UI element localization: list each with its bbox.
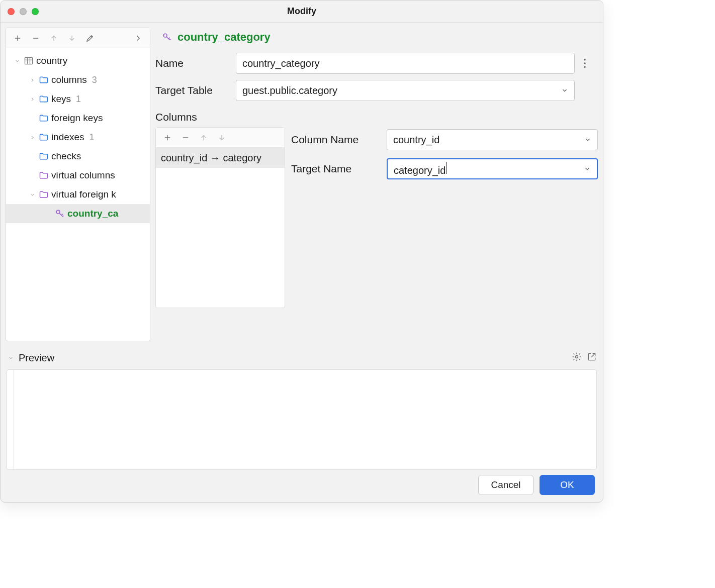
column-name-value: country_id <box>393 134 439 146</box>
add-icon[interactable] <box>9 30 26 46</box>
target-table-select[interactable]: guest.public.category <box>236 80 575 101</box>
text-caret <box>446 162 446 174</box>
column-name-select[interactable]: country_id <box>387 129 598 150</box>
tree-item-label: foreign keys <box>51 113 103 124</box>
tree-item-virtual-columns[interactable]: virtual columns <box>6 166 150 185</box>
tree-root-label: country <box>36 55 67 66</box>
folder-icon <box>38 189 49 200</box>
folder-icon <box>38 151 49 162</box>
object-title: country_category <box>177 31 271 44</box>
column-mapping-row[interactable]: country_id → category <box>156 148 285 168</box>
preview-editor[interactable] <box>7 369 597 470</box>
tree-root-country[interactable]: country <box>6 51 150 70</box>
chevron-down-icon <box>28 190 36 199</box>
name-more-icon[interactable] <box>575 58 595 69</box>
window-controls <box>8 8 39 15</box>
modify-dialog: Modify country <box>0 0 603 503</box>
folder-icon <box>38 93 49 105</box>
dialog-footer: Cancel OK <box>1 470 603 502</box>
tree-item-label: keys <box>51 93 71 105</box>
move-up-icon[interactable] <box>45 30 62 46</box>
zoom-window-button[interactable] <box>32 8 39 15</box>
tree-item-count: 3 <box>92 75 97 85</box>
columns-list: country_id → category <box>155 127 285 308</box>
name-input-value: country_category <box>242 58 319 69</box>
svg-point-2 <box>163 34 167 37</box>
object-header: country_category <box>155 28 598 50</box>
folder-icon <box>38 132 49 143</box>
folder-icon <box>38 74 49 85</box>
add-icon[interactable] <box>159 130 176 146</box>
name-label: Name <box>155 57 236 69</box>
chevron-down-icon <box>584 163 591 175</box>
ok-button[interactable]: OK <box>540 475 595 495</box>
tree-item-label: checks <box>51 151 81 162</box>
target-name-value: category_id <box>394 162 446 176</box>
tree-item-label: country_ca <box>67 208 118 219</box>
svg-point-6 <box>576 355 578 358</box>
structure-sidebar: country columns 3 keys 1 fo <box>6 28 150 341</box>
tree-item-label: virtual foreign k <box>51 189 116 200</box>
tree-item-count: 1 <box>90 132 95 143</box>
tree-item-foreign-keys[interactable]: foreign keys <box>6 109 150 128</box>
close-window-button[interactable] <box>8 8 15 15</box>
chevron-right-icon <box>28 76 36 84</box>
tree-item-label: indexes <box>51 132 84 143</box>
column-mapping-text: country_id → category <box>161 152 261 164</box>
folder-icon <box>38 113 49 124</box>
columns-section-label: Columns <box>155 104 598 127</box>
column-name-label: Column Name <box>291 134 380 146</box>
preview-label: Preview <box>19 352 54 364</box>
folder-icon <box>38 170 49 181</box>
svg-point-3 <box>584 59 586 61</box>
name-row: Name country_category <box>155 50 598 77</box>
target-table-label: Target Table <box>155 84 236 96</box>
chevron-right-icon <box>28 95 36 103</box>
key-icon <box>161 32 172 43</box>
chevron-right-icon <box>28 133 36 141</box>
sidebar-toolbar <box>6 28 150 48</box>
tree-item-columns[interactable]: columns 3 <box>6 70 150 89</box>
structure-tree[interactable]: country columns 3 keys 1 fo <box>6 48 150 341</box>
chevron-down-icon <box>561 85 568 96</box>
titlebar: Modify <box>1 1 603 23</box>
edit-icon[interactable] <box>81 30 99 46</box>
move-down-icon[interactable] <box>63 30 80 46</box>
cancel-button[interactable]: Cancel <box>478 475 533 495</box>
tree-item-label: columns <box>51 74 87 85</box>
chevron-down-icon[interactable] <box>7 354 15 362</box>
gear-icon[interactable] <box>572 352 582 364</box>
target-name-label: Target Name <box>291 163 380 175</box>
preview-section: Preview <box>1 346 603 470</box>
chevron-down-icon <box>13 57 21 65</box>
main-panel: country_category Name country_category T… <box>155 28 598 341</box>
table-icon <box>23 55 34 66</box>
key-icon <box>54 208 65 219</box>
move-up-icon[interactable] <box>195 130 212 146</box>
more-icon[interactable] <box>130 30 147 46</box>
target-table-row: Target Table guest.public.category <box>155 77 598 104</box>
editor-gutter <box>13 370 14 469</box>
window-title: Modify <box>1 6 603 17</box>
chevron-down-icon <box>584 134 591 146</box>
tree-item-label: virtual columns <box>51 170 115 181</box>
move-down-icon[interactable] <box>213 130 230 146</box>
minimize-window-button[interactable] <box>20 8 27 15</box>
tree-item-indexes[interactable]: indexes 1 <box>6 128 150 147</box>
remove-icon[interactable] <box>27 30 44 46</box>
svg-point-4 <box>584 62 586 64</box>
name-input[interactable]: country_category <box>236 53 575 74</box>
open-external-icon[interactable] <box>587 352 597 364</box>
target-table-value: guest.public.category <box>242 85 337 96</box>
remove-icon[interactable] <box>177 130 194 146</box>
columns-area: country_id → category Column Name countr… <box>155 127 598 308</box>
columns-toolbar <box>156 128 285 148</box>
svg-rect-0 <box>25 57 33 64</box>
tree-item-virtual-foreign-keys[interactable]: virtual foreign k <box>6 185 150 204</box>
target-name-select[interactable]: category_id <box>387 158 598 179</box>
svg-point-1 <box>56 210 60 214</box>
tree-item-country-category[interactable]: country_ca <box>6 204 150 223</box>
tree-item-count: 1 <box>76 94 81 105</box>
tree-item-checks[interactable]: checks <box>6 147 150 166</box>
tree-item-keys[interactable]: keys 1 <box>6 89 150 109</box>
